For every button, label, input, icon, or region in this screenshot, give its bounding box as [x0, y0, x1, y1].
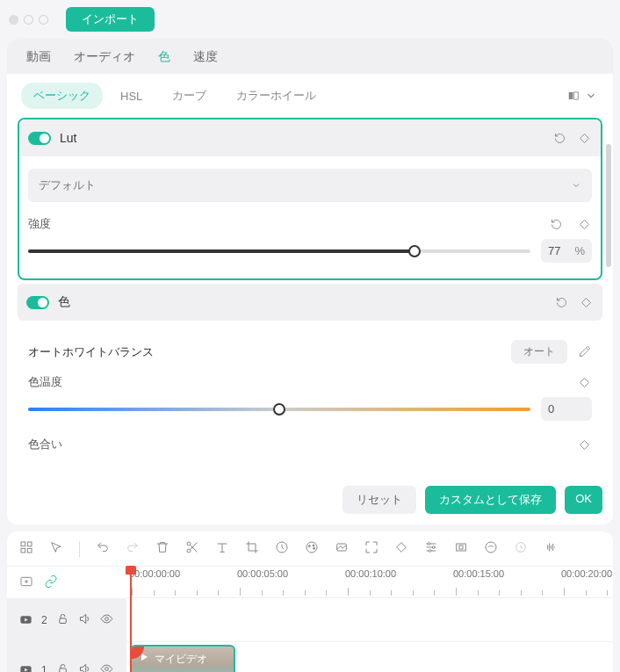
redo-icon[interactable]: [126, 540, 140, 557]
property-panel: 動画 オーディオ 色 速度 ベーシック HSL カーブ カラーホイール Lut …: [7, 39, 613, 524]
timeline-toolbar: [7, 531, 613, 567]
temperature-value[interactable]: 0: [541, 397, 592, 421]
scrollbar[interactable]: [606, 100, 611, 390]
action-bar: リセット カスタムとして保存 OK: [7, 477, 613, 524]
ruler-label: 00:00:00:00: [129, 568, 180, 579]
keyframe-icon[interactable]: [576, 216, 592, 232]
lut-title: Lut: [60, 131, 543, 145]
ruler-label: 00:00:10:00: [345, 568, 396, 579]
reset-icon[interactable]: [553, 294, 569, 310]
lock-icon[interactable]: [56, 612, 69, 628]
eyedropper-icon[interactable]: [576, 344, 592, 360]
svg-point-24: [105, 617, 108, 620]
svg-point-14: [428, 543, 430, 546]
awb-label: オートホワイトバランス: [28, 344, 154, 360]
color-toggle[interactable]: [26, 296, 49, 309]
mute-icon[interactable]: [78, 612, 91, 628]
tab-audio[interactable]: オーディオ: [74, 49, 135, 65]
box-icon[interactable]: [454, 540, 468, 557]
svg-rect-26: [59, 668, 66, 672]
subtab-hsl[interactable]: HSL: [108, 84, 155, 108]
reset-button[interactable]: リセット: [342, 486, 416, 514]
temperature-label: 色温度: [28, 374, 62, 390]
ruler-label: 00:00:20:00: [561, 568, 612, 579]
ok-button[interactable]: OK: [565, 486, 602, 514]
subtab-basic[interactable]: ベーシック: [21, 83, 103, 109]
track-number: 1: [41, 664, 47, 673]
track-row: 2: [7, 598, 613, 642]
track-row: 1 マイビデオ: [7, 642, 613, 672]
keyframe-icon[interactable]: [576, 437, 592, 452]
color-section-header: 色: [18, 284, 602, 321]
mute-icon[interactable]: [78, 662, 91, 673]
keyframe-icon[interactable]: [576, 374, 592, 390]
svg-rect-0: [569, 92, 573, 99]
undo-icon[interactable]: [96, 540, 110, 557]
lut-toggle[interactable]: [28, 132, 51, 145]
main-tabs: 動画 オーディオ 色 速度: [7, 39, 613, 74]
eye-icon[interactable]: [100, 662, 113, 673]
traffic-light-circle: [39, 15, 48, 25]
svg-rect-18: [459, 546, 463, 549]
intensity-slider[interactable]: [28, 249, 530, 253]
marker-icon[interactable]: [514, 540, 528, 557]
import-button[interactable]: インポート: [66, 7, 155, 32]
tint-label: 色合い: [28, 437, 62, 452]
lut-select-value: デフォルト: [39, 177, 96, 193]
save-custom-button[interactable]: カスタムとして保存: [425, 486, 556, 514]
auto-button[interactable]: オート: [511, 340, 567, 364]
lock-icon[interactable]: [56, 662, 69, 673]
titlebar: インポート: [0, 0, 620, 39]
grid-icon[interactable]: [19, 540, 33, 557]
mask-icon[interactable]: [335, 540, 349, 557]
adjust-icon[interactable]: [424, 540, 438, 557]
scissors-icon[interactable]: [185, 540, 199, 557]
keyframe-tool-icon[interactable]: [394, 540, 408, 557]
svg-rect-1: [574, 92, 579, 99]
svg-point-10: [308, 546, 310, 547]
svg-point-27: [105, 667, 108, 670]
fit-icon[interactable]: [364, 540, 378, 557]
svg-point-9: [306, 542, 317, 553]
svg-point-16: [429, 550, 431, 553]
intensity-value[interactable]: 77 %: [541, 239, 592, 263]
video-clip[interactable]: マイビデオ: [130, 645, 235, 672]
reset-icon[interactable]: [552, 130, 567, 146]
add-track-icon[interactable]: [19, 574, 33, 591]
waveform-icon[interactable]: [544, 540, 558, 557]
palette-icon[interactable]: [305, 540, 319, 557]
lut-select[interactable]: デフォルト: [28, 169, 592, 202]
cursor-icon[interactable]: [49, 540, 63, 557]
audio-icon[interactable]: [484, 540, 498, 557]
crop-icon[interactable]: [245, 540, 259, 557]
link-icon[interactable]: [44, 574, 58, 591]
subtab-wheel[interactable]: カラーホイール: [224, 83, 328, 109]
svg-rect-3: [27, 542, 32, 546]
reset-icon[interactable]: [548, 216, 564, 232]
compare-toggle[interactable]: [567, 90, 597, 102]
sub-tabs: ベーシック HSL カーブ カラーホイール: [7, 74, 613, 118]
svg-rect-17: [457, 544, 466, 551]
timeline-panel: 00:00:00:00 00:00:05:00 00:00:10:00 00:0…: [7, 531, 613, 672]
keyframe-icon[interactable]: [576, 130, 592, 146]
svg-rect-2: [21, 542, 25, 546]
temperature-slider[interactable]: [28, 408, 530, 411]
time-ruler[interactable]: 00:00:00:00 00:00:05:00 00:00:10:00 00:0…: [126, 567, 613, 598]
tab-video[interactable]: 動画: [26, 49, 51, 65]
video-icon: [19, 663, 32, 672]
trash-icon[interactable]: [155, 540, 169, 557]
speed-icon[interactable]: [275, 540, 289, 557]
tab-speed[interactable]: 速度: [193, 49, 218, 65]
text-icon[interactable]: [215, 540, 229, 557]
keyframe-icon[interactable]: [578, 294, 594, 310]
chevron-down-icon: [585, 90, 597, 102]
subtab-curves[interactable]: カーブ: [160, 83, 219, 109]
svg-point-6: [187, 542, 191, 546]
tab-color[interactable]: 色: [158, 49, 170, 65]
svg-rect-5: [27, 548, 32, 553]
video-icon: [19, 613, 32, 626]
svg-point-15: [432, 546, 435, 549]
eye-icon[interactable]: [100, 612, 113, 628]
intensity-label: 強度: [28, 216, 51, 232]
playhead[interactable]: [130, 567, 132, 672]
